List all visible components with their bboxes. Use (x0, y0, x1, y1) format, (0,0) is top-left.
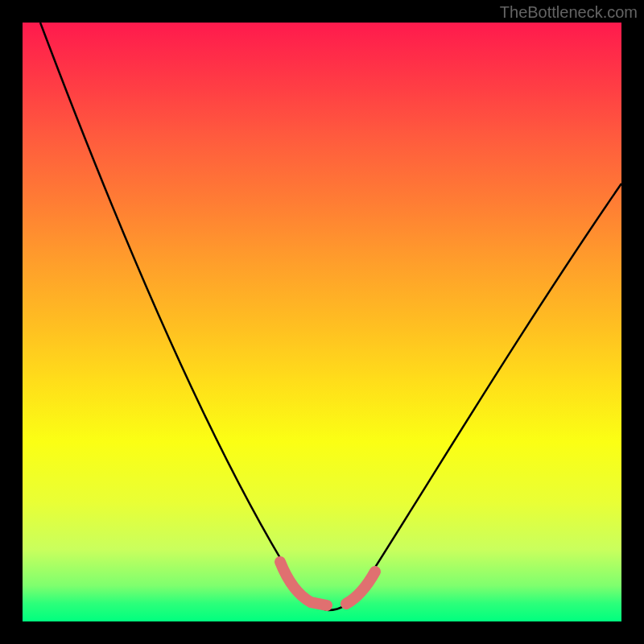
left-foot-marker (280, 562, 327, 605)
right-foot-marker (346, 572, 375, 604)
bottleneck-curve (40, 23, 621, 610)
chart-svg (23, 23, 621, 621)
watermark-text: TheBottleneck.com (500, 3, 638, 22)
